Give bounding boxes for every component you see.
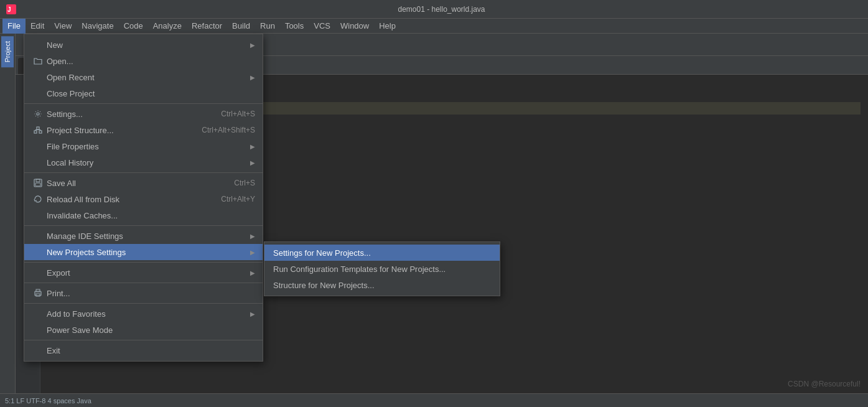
file-menu-power-save-label: Power Save Mode xyxy=(47,325,255,335)
submenu-settings-for-new-label: Settings for New Projects... xyxy=(273,248,371,258)
file-menu-project-structure[interactable]: Project Structure... Ctrl+Alt+Shift+S xyxy=(24,122,263,138)
file-menu-sep7 xyxy=(24,340,263,340)
file-menu-settings-shortcut: Ctrl+Alt+S xyxy=(221,110,255,118)
file-menu-sep3 xyxy=(24,225,263,226)
svg-rect-14 xyxy=(37,127,39,129)
file-menu-export-label: Export xyxy=(47,268,250,278)
file-menu-new-projects-settings-label: New Projects Settings xyxy=(47,248,250,257)
bottom-bar: 5:1 LF UTF-8 4 spaces Java xyxy=(0,393,868,407)
export-arrow-icon: ▶ xyxy=(250,269,255,276)
file-menu-save-all[interactable]: Save All Ctrl+S xyxy=(24,175,263,191)
submenu-run-config-templates[interactable]: Run Configuration Templates for New Proj… xyxy=(264,261,500,277)
local-history-arrow-icon: ▶ xyxy=(250,159,255,166)
file-menu-local-history[interactable]: Local History ▶ xyxy=(24,154,263,171)
file-menu-open-recent[interactable]: Open Recent ▶ xyxy=(24,69,263,85)
file-menu-settings[interactable]: Settings... Ctrl+Alt+S xyxy=(24,106,263,122)
svg-rect-12 xyxy=(34,131,37,133)
submenu-settings-for-new[interactable]: Settings for New Projects... xyxy=(264,245,500,261)
file-menu-project-structure-label: Project Structure... xyxy=(47,126,189,135)
file-menu-open[interactable]: Open... xyxy=(24,53,263,69)
file-menu-exit[interactable]: Exit xyxy=(24,342,263,358)
submenu-structure-for-new-label: Structure for New Projects... xyxy=(273,281,375,290)
file-menu-save-all-label: Save All xyxy=(47,179,222,188)
menu-help[interactable]: Help xyxy=(374,19,401,34)
file-menu-manage-ide-label: Manage IDE Settings xyxy=(47,232,250,241)
file-menu-add-favorites-label: Add to Favorites xyxy=(47,309,250,319)
svg-rect-21 xyxy=(35,183,40,186)
file-menu-export[interactable]: Export ▶ xyxy=(24,264,263,281)
svg-rect-13 xyxy=(39,131,42,133)
menu-window[interactable]: Window xyxy=(335,19,374,34)
sidebar-tab-project[interactable]: Project xyxy=(1,36,14,67)
file-menu-new-projects-settings[interactable]: New Projects Settings ▶ Settings for New… xyxy=(24,244,263,260)
file-menu-reload[interactable]: Reload All from Disk Ctrl+Alt+Y xyxy=(24,191,263,207)
file-menu-close-project-label: Close Project xyxy=(47,89,255,98)
menu-edit[interactable]: Edit xyxy=(26,19,49,34)
file-menu-save-all-shortcut: Ctrl+S xyxy=(234,179,255,187)
status-text: 5:1 LF UTF-8 4 spaces Java xyxy=(5,397,91,405)
folder-icon xyxy=(32,57,44,65)
submenu-run-config-templates-label: Run Configuration Templates for New Proj… xyxy=(273,264,446,274)
menu-run[interactable]: Run xyxy=(255,19,280,34)
svg-rect-20 xyxy=(36,179,40,182)
title-bar-title: demo01 - hello_world.java xyxy=(21,5,862,14)
file-menu-sep6 xyxy=(24,303,263,304)
file-menu-new[interactable]: New ▶ xyxy=(24,37,263,53)
file-menu-close-project[interactable]: Close Project xyxy=(24,85,263,101)
menu-bar: File Edit View Navigate Code Analyze Ref… xyxy=(0,19,868,34)
manage-ide-arrow-icon: ▶ xyxy=(250,233,255,240)
reload-icon xyxy=(32,195,44,204)
file-menu-power-save[interactable]: Power Save Mode xyxy=(24,322,263,338)
menu-vcs[interactable]: VCS xyxy=(309,19,335,34)
file-menu-sep4 xyxy=(24,262,263,263)
file-properties-arrow-icon: ▶ xyxy=(250,143,255,150)
menu-navigate[interactable]: Navigate xyxy=(77,19,118,34)
file-menu-dropdown: New ▶ Open... Open Recent ▶ Close Projec… xyxy=(24,34,263,362)
file-menu-exit-label: Exit xyxy=(47,346,255,355)
file-menu-invalidate[interactable]: Invalidate Caches... xyxy=(24,207,263,223)
file-menu-local-history-label: Local History xyxy=(47,158,250,167)
file-menu-print[interactable]: Print... xyxy=(24,285,263,301)
file-menu-file-properties[interactable]: File Properties ▶ xyxy=(24,138,263,154)
print-icon xyxy=(32,289,44,297)
file-menu-print-label: Print... xyxy=(47,289,255,298)
new-projects-settings-arrow-icon: ▶ xyxy=(250,249,255,256)
file-menu-reload-label: Reload All from Disk xyxy=(47,195,208,204)
file-menu-sep1 xyxy=(24,103,263,104)
left-sidebar: Project xyxy=(0,34,16,407)
title-bar: J demo01 - hello_world.java xyxy=(0,0,868,19)
file-menu-new-label: New xyxy=(47,40,250,50)
open-recent-arrow-icon: ▶ xyxy=(250,74,255,81)
file-menu-open-recent-label: Open Recent xyxy=(47,73,250,82)
file-menu-reload-shortcut: Ctrl+Alt+Y xyxy=(221,195,255,204)
svg-text:J: J xyxy=(7,6,11,13)
project-structure-icon xyxy=(32,126,44,134)
svg-point-11 xyxy=(37,113,39,115)
new-projects-submenu: Settings for New Projects... Run Configu… xyxy=(264,241,500,296)
menu-analyze[interactable]: Analyze xyxy=(148,19,187,34)
add-favorites-arrow-icon: ▶ xyxy=(250,311,255,317)
menu-build[interactable]: Build xyxy=(227,19,255,34)
file-menu-settings-label: Settings... xyxy=(47,110,208,119)
file-menu-manage-ide[interactable]: Manage IDE Settings ▶ xyxy=(24,228,263,244)
menu-code[interactable]: Code xyxy=(119,19,148,34)
menu-file[interactable]: File xyxy=(2,19,26,34)
file-menu-sep2 xyxy=(24,172,263,173)
file-menu-open-label: Open... xyxy=(47,57,255,66)
new-arrow-icon: ▶ xyxy=(250,42,255,49)
file-menu-file-properties-label: File Properties xyxy=(47,142,250,151)
file-menu-project-structure-shortcut: Ctrl+Alt+Shift+S xyxy=(202,126,255,134)
menu-view[interactable]: View xyxy=(49,19,77,34)
watermark: CSDN @Resourceful! xyxy=(788,380,861,388)
file-menu-add-favorites[interactable]: Add to Favorites ▶ xyxy=(24,306,263,322)
submenu-structure-for-new[interactable]: Structure for New Projects... xyxy=(264,277,500,293)
file-menu-sep5 xyxy=(24,283,263,283)
menu-tools[interactable]: Tools xyxy=(280,19,309,34)
save-all-icon xyxy=(32,179,44,187)
menu-refactor[interactable]: Refactor xyxy=(187,19,227,34)
app-logo-icon: J xyxy=(6,4,16,14)
settings-icon xyxy=(32,110,44,118)
file-menu-invalidate-label: Invalidate Caches... xyxy=(47,211,255,220)
